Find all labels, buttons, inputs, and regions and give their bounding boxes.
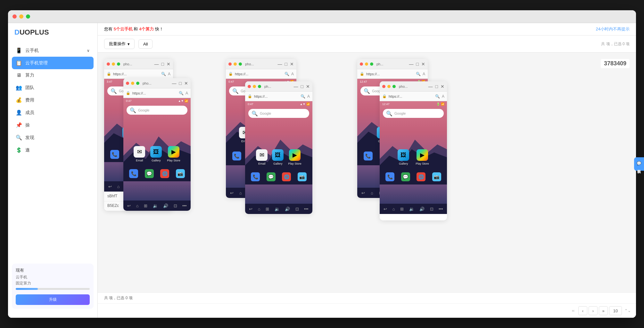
phone4-maximize-icon[interactable]: □ bbox=[301, 84, 303, 89]
phone6-close-icon[interactable]: ✕ bbox=[441, 84, 444, 89]
phone4-close-btn[interactable] bbox=[248, 85, 251, 88]
phone3-maximize-icon[interactable]: □ bbox=[285, 62, 287, 67]
dock-chat-4[interactable]: 💬 bbox=[267, 172, 276, 181]
phone5-min-btn[interactable] bbox=[365, 62, 368, 66]
browser-text-5[interactable]: A bbox=[423, 72, 425, 76]
browser-search-2[interactable]: 🔍 bbox=[179, 91, 184, 95]
google-search-2[interactable]: 🔍 Google bbox=[127, 106, 187, 115]
apps-btn-2[interactable]: ⊞ bbox=[144, 203, 147, 208]
back-btn-4[interactable]: ↩ bbox=[249, 207, 252, 211]
gallery-app-2[interactable]: 🖼 Gallery bbox=[150, 146, 162, 162]
phone3-close-icon[interactable]: ✕ bbox=[290, 62, 294, 67]
phone6-max-btn[interactable] bbox=[392, 85, 396, 88]
phone2-maximize-icon[interactable]: □ bbox=[179, 81, 182, 86]
apps-btn-6[interactable]: ⊞ bbox=[400, 207, 404, 211]
screen-btn-4[interactable]: ⊡ bbox=[295, 207, 299, 211]
phone4-min-btn[interactable] bbox=[253, 85, 256, 88]
browser-search-3[interactable]: 🔍 bbox=[285, 72, 289, 76]
dock-cam-4[interactable]: 📷 bbox=[298, 172, 307, 181]
browser-text-3[interactable]: A bbox=[291, 72, 294, 76]
upgrade-button[interactable]: 升级 bbox=[16, 294, 90, 305]
close-button[interactable] bbox=[12, 14, 17, 19]
more-btn-6[interactable]: ••• bbox=[439, 207, 443, 211]
home-btn-2[interactable]: ⌂ bbox=[136, 203, 139, 208]
browser-text-4[interactable]: A bbox=[307, 94, 310, 99]
screen-btn-2[interactable]: ⊡ bbox=[174, 203, 177, 208]
browser-search-5[interactable]: 🔍 bbox=[416, 72, 421, 76]
last-page-button[interactable]: » bbox=[599, 306, 608, 315]
playstore-app-6[interactable]: ▶ Play Store bbox=[416, 149, 429, 165]
vol-down-4[interactable]: 🔉 bbox=[275, 207, 280, 211]
phone-max-btn[interactable] bbox=[117, 62, 120, 66]
vol-up-2[interactable]: 🔊 bbox=[163, 203, 168, 208]
phone4-max-btn[interactable] bbox=[258, 85, 261, 88]
home-btn-3[interactable]: ⌂ bbox=[239, 191, 242, 195]
phone5-minimize-icon[interactable]: — bbox=[409, 62, 414, 67]
google-search-6[interactable]: 🔍 Google bbox=[383, 109, 444, 118]
phone3-min-btn[interactable] bbox=[234, 62, 237, 66]
sidebar-item-billing[interactable]: 💰 费用 bbox=[12, 94, 94, 106]
google-search-4[interactable]: 🔍 Google bbox=[248, 109, 309, 118]
minimize-button[interactable] bbox=[19, 14, 23, 19]
phone3-max-btn[interactable] bbox=[239, 62, 242, 66]
dock-phone-4[interactable]: 📞 bbox=[251, 172, 260, 181]
sidebar-item-discover[interactable]: 🔍 发现 bbox=[12, 131, 94, 144]
phone2-max-btn[interactable] bbox=[136, 82, 139, 85]
sidebar-item-tasks[interactable]: 📌 操 bbox=[12, 119, 94, 131]
browser-search-4[interactable]: 🔍 bbox=[301, 94, 305, 99]
dock-web-4[interactable]: 🌐 bbox=[282, 172, 291, 181]
phone6-maximize-icon[interactable]: □ bbox=[435, 84, 438, 89]
home-btn-6[interactable]: ⌂ bbox=[392, 207, 395, 211]
phone-dock-icon-1[interactable]: 📞 bbox=[110, 150, 119, 159]
phone5-close-icon[interactable]: ✕ bbox=[421, 62, 425, 67]
back-btn-2[interactable]: ↩ bbox=[127, 203, 131, 208]
sidebar-item-compute[interactable]: 🖥 算力 bbox=[12, 69, 94, 81]
phone-close-btn[interactable] bbox=[107, 62, 110, 66]
sidebar-item-redeem[interactable]: 💲 遨 bbox=[12, 144, 94, 156]
browser-search-6[interactable]: 🔍 bbox=[435, 94, 440, 99]
email-app-4[interactable]: ✉ Email bbox=[256, 149, 268, 165]
home-btn-4[interactable]: ⌂ bbox=[258, 207, 260, 211]
vol-down-6[interactable]: 🔉 bbox=[409, 207, 414, 211]
phone4-minimize-icon[interactable]: — bbox=[294, 84, 298, 89]
browser-text-6[interactable]: A bbox=[442, 94, 444, 99]
vol-up-4[interactable]: 🔊 bbox=[285, 207, 290, 211]
sidebar-item-team[interactable]: 👥 团队 bbox=[12, 81, 94, 94]
dock-web-2[interactable]: 🌐 bbox=[160, 169, 169, 178]
phone-close-icon[interactable]: ✕ bbox=[167, 62, 170, 67]
phone2-close-icon[interactable]: ✕ bbox=[184, 81, 188, 86]
phone5-close-btn[interactable] bbox=[360, 62, 363, 66]
sidebar-item-cloud-phone[interactable]: 📱 云手机 ∨ bbox=[12, 44, 94, 57]
sidebar-item-members[interactable]: 👤 成员 bbox=[12, 106, 94, 119]
more-btn-2[interactable]: ••• bbox=[182, 203, 187, 208]
playstore-app-2[interactable]: ▶ Play Store bbox=[167, 146, 180, 162]
filter-all-button[interactable]: All bbox=[138, 39, 153, 49]
back-btn-5[interactable]: ↩ bbox=[361, 191, 365, 195]
browser-text-2[interactable]: A bbox=[186, 91, 188, 95]
next-page-button[interactable]: › bbox=[589, 306, 598, 315]
phone5-maximize-icon[interactable]: □ bbox=[416, 62, 419, 67]
back-btn-6[interactable]: ↩ bbox=[384, 207, 387, 211]
batch-operation-button[interactable]: 批量操作 ▾ bbox=[104, 39, 135, 49]
phone6-close-btn[interactable] bbox=[382, 85, 385, 88]
browser-text-icon[interactable]: A bbox=[168, 72, 170, 76]
gallery-app-4[interactable]: 🖼 Gallery bbox=[272, 149, 284, 165]
sidebar-item-cloud-manage[interactable]: 📋 云手机管理 bbox=[12, 57, 94, 69]
home-btn-5[interactable]: ⌂ bbox=[371, 191, 373, 195]
phone3-close-btn[interactable] bbox=[228, 62, 232, 66]
phone-minimize-icon[interactable]: — bbox=[154, 62, 159, 67]
phone2-min-btn[interactable] bbox=[131, 82, 134, 85]
contact-button[interactable]: 💬 联系我们 bbox=[634, 157, 636, 171]
home-btn-1[interactable]: ⌂ bbox=[117, 184, 120, 189]
phone4-close-icon[interactable]: ✕ bbox=[306, 84, 310, 89]
vol-down-2[interactable]: 🔉 bbox=[153, 203, 158, 208]
dock-chat-2[interactable]: 💬 bbox=[145, 169, 154, 178]
phone6-min-btn[interactable] bbox=[387, 85, 391, 88]
phone-min-btn[interactable] bbox=[112, 62, 115, 66]
email-app-2[interactable]: ✉ Email bbox=[134, 146, 145, 162]
phone6-minimize-icon[interactable]: — bbox=[428, 84, 433, 89]
phone-maximize-icon[interactable]: □ bbox=[161, 62, 164, 67]
back-btn-3[interactable]: ↩ bbox=[230, 191, 234, 195]
browser-search-icon[interactable]: 🔍 bbox=[161, 72, 166, 76]
dock-web-6[interactable]: 🌐 bbox=[417, 172, 425, 181]
